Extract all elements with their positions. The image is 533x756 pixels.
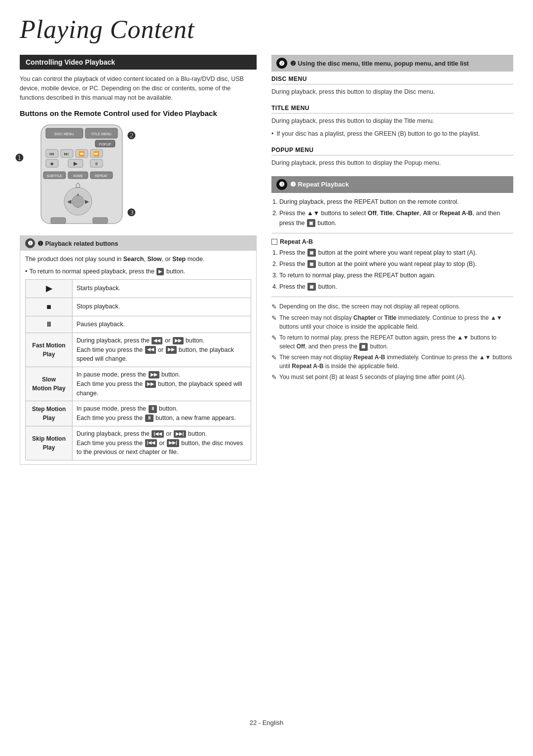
play-icon-btn: ▶: [156, 268, 164, 276]
table-row-fast: Fast MotionPlay During playback, press t…: [26, 333, 251, 367]
disc-menu-text: During playback, press this button to di…: [271, 87, 513, 97]
table-cell-slow-desc: In pause mode, press the ▶▶ button. Each…: [73, 367, 251, 401]
title-menu-text: During playback, press this button to di…: [271, 116, 513, 126]
controlling-video-header: Controlling Video Playback: [20, 55, 257, 70]
ff-icon: ▶▶: [173, 337, 184, 345]
table-cell-skip-desc: During playback, press the |◀◀ or ▶▶| bu…: [73, 426, 251, 460]
table-cell-step-desc: In pause mode, press the ⏸ button. Each …: [73, 401, 251, 426]
playback-section: ❶ ❶ Playback related buttons The product…: [20, 235, 257, 465]
repeat-step-1: During playback, press the REPEAT button…: [279, 197, 513, 207]
section2-header-text: ❷ Using the disc menu, title menu, popup…: [290, 60, 469, 67]
circle-num-2: ❷: [276, 58, 287, 69]
page-number: 22 - English: [250, 719, 284, 726]
divider: [271, 233, 513, 233]
buttons-heading: Buttons on the Remote Control used for V…: [20, 109, 257, 117]
enter-btn-a2: ▣: [307, 260, 316, 268]
checkbox-icon: [271, 239, 277, 245]
svg-text:SUBTITLE: SUBTITLE: [46, 174, 62, 178]
table-row-skip: Skip MotionPlay During playback, press t…: [26, 426, 251, 460]
circle-num-3: ❸: [276, 179, 287, 190]
remote-svg: DISC MENU TITLE MENU POPUP ⏮ ⏭ ⏪: [29, 122, 132, 228]
repeat-ab-step-3: To return to normal play, press the REPE…: [279, 270, 513, 280]
svg-text:▶: ▶: [74, 160, 78, 166]
table-cell-desc: Pauses playback.: [73, 316, 251, 333]
table-row: ■ Stops playback.: [26, 298, 251, 316]
title-menu-section: TITLE MENU During playback, press this b…: [271, 105, 513, 139]
svg-text:◀: ◀: [67, 198, 72, 204]
svg-text:POPUP: POPUP: [99, 143, 112, 146]
next-icon: ▶▶|: [174, 430, 186, 438]
next-icon2: ▶▶|: [167, 439, 179, 447]
svg-rect-34: [51, 218, 66, 224]
repeat-steps-list: During playback, press the REPEAT button…: [279, 197, 513, 228]
table-row: ⏸ Pauses playback.: [26, 316, 251, 333]
pb-bullet: • To return to normal speed playback, pr…: [25, 267, 251, 276]
popup-menu-label: POPUP MENU: [271, 147, 513, 155]
playback-header-text: ❶ Playback related buttons: [38, 240, 118, 247]
note-5: ✎ You must set point (B) at least 5 seco…: [271, 373, 513, 382]
table-cell-label: ⏸: [26, 316, 73, 333]
section2-header: ❷ ❷ Using the disc menu, title menu, pop…: [271, 55, 513, 72]
table-cell-label: ■: [26, 298, 73, 316]
page-footer: 22 - English: [20, 709, 513, 726]
pb-note: The product does not play sound in Searc…: [25, 255, 251, 264]
svg-text:⏮: ⏮: [49, 151, 54, 156]
pause-step-icon2: ⏸: [145, 415, 153, 422]
pause-step-icon: ⏸: [149, 405, 157, 413]
table-cell-desc: Stops playback.: [73, 298, 251, 316]
svg-text:⏸: ⏸: [94, 161, 99, 166]
popup-menu-text: During playback, press this button to di…: [271, 158, 513, 168]
playback-table: ▶ Starts playback. ■ Stops playback. ⏸ P…: [25, 279, 251, 460]
table-row: ▶ Starts playback.: [26, 279, 251, 298]
repeat-header-text: ❸ Repeat Playback: [290, 181, 349, 188]
enter-btn-note: ▣: [359, 343, 368, 351]
note-icon-1: ✎: [271, 302, 277, 312]
svg-text:TITLE MENU: TITLE MENU: [91, 132, 112, 136]
svg-text:⏩: ⏩: [93, 151, 100, 157]
remote-area: ❶ ❷ ❸ DISC MENU TITLE MENU POP: [20, 122, 257, 228]
repeat-ab-steps-list: Press the ▣ button at the point where yo…: [279, 248, 513, 292]
svg-text:REPEAT: REPEAT: [95, 174, 108, 178]
popup-menu-section: POPUP MENU During playback, press this b…: [271, 147, 513, 168]
intro-text: You can control the playback of video co…: [20, 75, 257, 102]
ff-icon2: ▶▶: [166, 346, 177, 354]
svg-rect-35: [93, 218, 108, 224]
note-4: ✎ The screen may not display Repeat A-B …: [271, 353, 513, 371]
repeat-header: ❸ ❸ Repeat Playback: [271, 176, 513, 193]
disc-menu-label: DISC MENU: [271, 76, 513, 84]
svg-text:■: ■: [50, 161, 53, 166]
table-cell-fast-label: Fast MotionPlay: [26, 333, 73, 367]
divider2: [271, 297, 513, 297]
label-3: ❸: [127, 207, 136, 219]
rw-icon2: ◀◀: [145, 346, 156, 354]
page-title: Playing Content: [20, 15, 513, 44]
label-2: ❷: [127, 130, 136, 142]
table-cell-desc: Starts playback.: [73, 279, 251, 298]
table-cell-label: ▶: [26, 279, 73, 298]
note-icon-2: ✎: [271, 313, 277, 331]
ff-slow-icon: ▶▶: [149, 371, 159, 379]
left-column: Controlling Video Playback You can contr…: [20, 55, 257, 709]
enter-btn-a1: ▣: [307, 249, 316, 257]
svg-text:▶: ▶: [85, 198, 89, 204]
title-menu-bullet: • If your disc has a playlist, press the…: [271, 129, 513, 139]
table-cell-fast-desc: During playback, press the ◀◀ or ▶▶ butt…: [73, 333, 251, 367]
repeat-ab-step-1: Press the ▣ button at the point where yo…: [279, 248, 513, 258]
table-row-step: Step MotionPlay In pause mode, press the…: [26, 401, 251, 426]
disc-menu-section: DISC MENU During playback, press this bu…: [271, 76, 513, 97]
rw-icon: ◀◀: [152, 337, 162, 345]
table-row-slow: SlowMotion Play In pause mode, press the…: [26, 367, 251, 401]
svg-text:HOME: HOME: [73, 174, 83, 178]
note-icon-4: ✎: [271, 353, 277, 371]
ff-slow-icon2: ▶▶: [145, 380, 156, 388]
table-cell-slow-label: SlowMotion Play: [26, 367, 73, 401]
svg-point-33: [72, 195, 84, 207]
note-icon-5: ✎: [271, 373, 277, 382]
enter-btn: ▣: [307, 219, 315, 227]
repeat-ab-step-4: Press the ▣ button.: [279, 282, 513, 292]
note-1: ✎ Depending on the disc, the screen may …: [271, 302, 513, 312]
note-icon-3: ✎: [271, 333, 277, 351]
note-3: ✎ To return to normal play, press the RE…: [271, 333, 513, 351]
prev-icon2: |◀◀: [145, 439, 157, 447]
playback-section-header: ❶ ❶ Playback related buttons: [20, 236, 256, 251]
